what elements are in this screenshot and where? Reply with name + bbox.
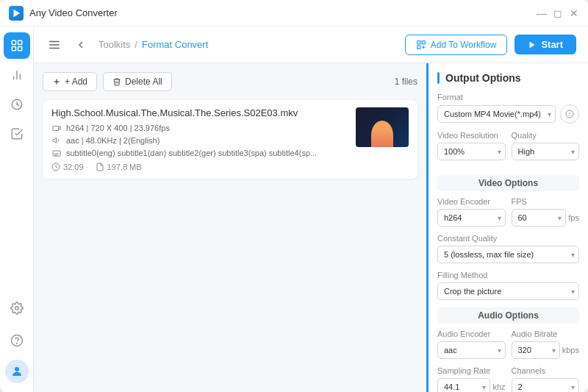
maximize-button[interactable]: ◻: [553, 8, 563, 18]
file-audio-meta: aac | 48.0KHz | 2(English): [51, 135, 348, 146]
split-pane: + Add Delete All 1 files High.School.Mus…: [34, 63, 588, 392]
audio-encoder-label: Audio Encoder: [437, 329, 506, 338]
format-group: Format Custom MP4 Movie(*.mp4): [437, 93, 579, 124]
add-file-button[interactable]: + Add: [43, 72, 97, 91]
svg-marker-21: [530, 41, 535, 48]
window-controls: ― ◻ ✕: [537, 8, 579, 18]
start-label: Start: [541, 39, 563, 50]
channels-group: Channels 2: [512, 366, 580, 392]
content-area: Toolkits / Format Convert Add To Workflo…: [34, 26, 588, 392]
close-button[interactable]: ✕: [569, 8, 579, 18]
format-select[interactable]: Custom MP4 Movie(*.mp4): [437, 105, 556, 123]
minimize-button[interactable]: ―: [537, 8, 547, 18]
sampling-rate-label: Sampling Rate: [437, 366, 506, 375]
fps-label: FPS: [512, 197, 580, 206]
subtitle-icon: [51, 148, 62, 158]
channels-label: Channels: [512, 366, 580, 375]
sidebar-item-help[interactable]: [4, 327, 30, 354]
audio-bitrate-select[interactable]: 320: [512, 341, 560, 359]
output-panel: Output Options Format Custom MP4 Movie(*…: [426, 63, 588, 392]
sidebar-item-tasks[interactable]: [4, 121, 30, 147]
svg-rect-18: [417, 46, 420, 49]
fps-unit: fps: [568, 213, 579, 222]
video-icon: [51, 123, 62, 133]
sidebar-item-convert[interactable]: [4, 32, 30, 59]
thumb-visual: [356, 107, 409, 147]
sampling-channels-row: Sampling Rate 44.1 khz: [437, 366, 579, 392]
resolution-quality-row: Video Resolution 100% Quality: [437, 131, 579, 168]
audio-icon: [51, 135, 62, 146]
filling-method-select[interactable]: Crop the picture: [437, 282, 579, 300]
svg-rect-17: [422, 40, 425, 43]
breadcrumb-current: Format Convert: [142, 39, 208, 50]
fps-group: FPS 60 fps: [512, 197, 580, 227]
fps-select[interactable]: 60: [512, 209, 567, 227]
sampling-rate-select[interactable]: 44.1: [437, 378, 490, 392]
audio-meta-text: aac | 48.0KHz | 2(English): [66, 136, 159, 145]
constant-quality-group: Constant Quality 5 (lossless, max file s…: [437, 234, 579, 263]
file-video-meta: h264 | 720 X 400 | 23.976fps: [51, 123, 348, 133]
add-to-workflow-button[interactable]: Add To Workflow: [405, 35, 508, 55]
file-duration: 32:09: [63, 163, 84, 171]
sidebar-item-profile[interactable]: [5, 360, 29, 383]
file-item: High.School.Musical.The.Musical.The.Seri…: [43, 100, 417, 179]
video-resolution-select[interactable]: 100%: [437, 143, 506, 160]
delete-all-label: Delete All: [125, 76, 162, 87]
file-footer: 32:09 197.8 MB: [51, 163, 348, 171]
sampling-rate-group: Sampling Rate 44.1 khz: [437, 366, 506, 392]
app-title: Any Video Converter: [29, 7, 537, 18]
audio-bitrate-group: Audio Bitrate 320 kbps: [512, 329, 580, 359]
title-bar: Any Video Converter ― ◻ ✕: [0, 0, 588, 26]
thumb-person: [371, 121, 393, 147]
add-to-workflow-label: Add To Workflow: [431, 40, 497, 50]
svg-rect-3: [12, 47, 15, 51]
sampling-rate-unit: khz: [492, 382, 505, 391]
breadcrumb-separator: /: [135, 39, 137, 50]
video-encoder-label: Video Encoder: [437, 197, 506, 206]
quality-group: Quality High: [512, 131, 580, 160]
video-meta-text: h264 | 720 X 400 | 23.976fps: [66, 124, 170, 132]
breadcrumb-parent[interactable]: Toolkits: [98, 39, 130, 50]
format-info-button[interactable]: [560, 104, 579, 124]
menu-toggle-button[interactable]: [46, 36, 63, 54]
filling-method-group: Filling Method Crop the picture: [437, 271, 579, 300]
file-count: 1 files: [395, 76, 417, 87]
svg-point-9: [15, 307, 18, 310]
file-thumbnail: [356, 107, 409, 147]
app-window: Any Video Converter ― ◻ ✕: [0, 0, 588, 392]
audio-encoder-select[interactable]: aac: [437, 341, 506, 359]
file-toolbar: + Add Delete All 1 files: [43, 72, 417, 91]
channels-select[interactable]: 2: [512, 378, 580, 392]
breadcrumb: Toolkits / Format Convert: [98, 39, 208, 50]
toolbar: Toolkits / Format Convert Add To Workflo…: [34, 26, 588, 63]
quality-select[interactable]: High: [512, 143, 580, 160]
svg-rect-16: [417, 40, 420, 43]
constant-quality-label: Constant Quality: [437, 234, 579, 243]
subtitle-meta-text: subtitle0(eng) subtitle1(dan) subtitle2(…: [66, 149, 317, 157]
constant-quality-select[interactable]: 5 (lossless, max file size): [437, 246, 579, 263]
audio-bitrate-label: Audio Bitrate: [512, 329, 580, 338]
sidebar-item-history[interactable]: [4, 91, 30, 118]
format-label: Format: [437, 93, 579, 101]
audio-bitrate-unit: kbps: [562, 346, 579, 354]
main-layout: Toolkits / Format Convert Add To Workflo…: [0, 26, 588, 392]
sidebar-item-stats[interactable]: [4, 62, 30, 88]
svg-rect-4: [18, 47, 21, 51]
delete-all-button[interactable]: Delete All: [103, 72, 172, 91]
start-button[interactable]: Start: [514, 35, 576, 54]
video-encoder-select[interactable]: h264: [437, 209, 506, 227]
quality-label: Quality: [512, 131, 580, 140]
video-options-header: Video Options: [437, 175, 579, 191]
sidebar: [0, 26, 34, 392]
back-button[interactable]: [72, 36, 90, 54]
sidebar-bottom: [4, 295, 30, 386]
audio-encoder-group: Audio Encoder aac: [437, 329, 506, 359]
add-file-label: + Add: [65, 76, 87, 87]
sidebar-item-settings[interactable]: [4, 295, 30, 321]
svg-marker-0: [14, 9, 21, 17]
audio-options-header: Audio Options: [437, 307, 579, 324]
audio-encoder-bitrate-row: Audio Encoder aac Audio Bitrate: [437, 329, 579, 366]
video-encoder-group: Video Encoder h264: [437, 197, 506, 227]
output-panel-title: Output Options: [437, 72, 579, 84]
file-name: High.School.Musical.The.Musical.The.Seri…: [51, 107, 348, 118]
